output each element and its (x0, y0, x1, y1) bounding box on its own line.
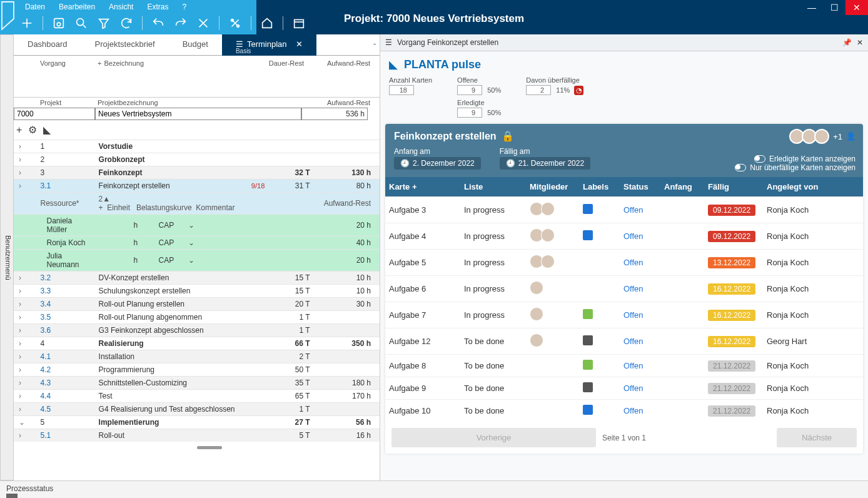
stat-offene-pct: 50% (487, 86, 501, 94)
pulse-title: PLANTA pulse (404, 58, 481, 71)
close-button[interactable]: ✕ (845, 0, 868, 15)
col-liste[interactable]: Liste (460, 177, 526, 196)
wbs-row[interactable]: ⌄5Implementierung27 T56 h (14, 416, 380, 429)
wbs-row[interactable]: ›3.2DV-Konzept erstellen15 T10 h (14, 272, 380, 285)
undo-icon[interactable] (151, 16, 165, 30)
wbs-row[interactable]: ›5.1Roll-out5 T16 h (14, 429, 380, 442)
card-list: In progress (460, 200, 526, 220)
wbs-row[interactable]: ›1Vorstudie (14, 140, 380, 153)
card-status[interactable]: Offen (620, 401, 660, 420)
card-status[interactable]: Offen (620, 332, 660, 351)
refresh-icon[interactable] (119, 16, 133, 30)
tab-budget[interactable]: Budget (169, 34, 222, 55)
tab-close-icon[interactable]: ✕ (296, 39, 303, 49)
kanban-card-row[interactable]: Aufgabe 6 In progress Offen 16.12.2022 R… (385, 275, 863, 302)
collapse-handle[interactable]: ⌄ (372, 39, 377, 46)
add-card-icon[interactable]: + (412, 182, 417, 191)
menu-daten[interactable]: Daten (25, 3, 45, 11)
add-column-icon[interactable]: + (98, 59, 101, 67)
card-status[interactable]: Offen (620, 200, 660, 220)
hamburger-icon[interactable]: ☰ (385, 38, 392, 47)
card-status[interactable]: Offen (620, 305, 660, 325)
home-icon[interactable] (260, 16, 274, 30)
col-labels[interactable]: Labels (579, 177, 620, 196)
card-status[interactable]: Offen (620, 379, 660, 398)
project-nr-input[interactable] (14, 108, 95, 120)
label-swatch (583, 230, 593, 240)
wbs-row[interactable]: ›4.5G4 Realisierung und Test abgeschloss… (14, 403, 380, 416)
kanban-card-row[interactable]: Aufgabe 9 To be done Offen 21.12.2022 Ro… (385, 377, 863, 399)
label-swatch (583, 204, 593, 214)
next-button[interactable]: Nächste (777, 428, 857, 447)
menu-extras[interactable]: Extras (147, 3, 168, 11)
add-icon[interactable] (20, 16, 34, 30)
kanban-card-row[interactable]: Aufgabe 8 To be done Offen 21.12.2022 Ro… (385, 354, 863, 377)
wbs-row[interactable]: ›4.1Installation2 T (14, 350, 380, 363)
wbs-row[interactable]: ›2Grobkonzept (14, 153, 380, 166)
col-karte[interactable]: Karte (389, 182, 410, 191)
card-status[interactable]: Offen (620, 253, 660, 272)
wbs-row[interactable]: ›3.6G3 Feinkonzept abgeschlossen1 T (14, 324, 380, 337)
menu-bar: Daten Bearbeiten Ansicht Extras ? (0, 0, 868, 14)
prev-button[interactable]: Vorherige (391, 428, 596, 447)
wbs-row[interactable]: ›3.3Schulungskonzept erstellen15 T10 h (14, 285, 380, 298)
toggle-erledigte[interactable]: Erledigte Karten anzeigen (735, 155, 855, 163)
menu-help[interactable]: ? (182, 3, 186, 11)
col-angelegt[interactable]: Angelegt von (763, 177, 825, 196)
tab-steckbrief[interactable]: Projektsteckbrief (81, 34, 169, 55)
kanban-card-row[interactable]: Aufgabe 4 In progress Offen 09.12.2022 R… (385, 223, 863, 249)
wbs-row[interactable]: ›4.4Test65 T170 h (14, 390, 380, 403)
pin-icon[interactable]: 📌 (842, 38, 852, 47)
kanban-card-row[interactable]: Aufgabe 10 To be done Offen 21.12.2022 R… (385, 399, 863, 422)
resize-handle[interactable] (197, 446, 222, 449)
wbs-row[interactable]: ›4.2Programmierung50 T (14, 363, 380, 377)
col-mitglieder[interactable]: Mitglieder (526, 177, 579, 196)
resource-row[interactable]: Daniela Müllerh CAP 20 h (14, 215, 380, 236)
add-row-icon[interactable]: + (16, 124, 22, 136)
wbs-row[interactable]: ›4.3Schnittstellen-Customizing35 T180 h (14, 377, 380, 390)
card-status[interactable]: Offen (620, 279, 660, 298)
card-status[interactable]: Offen (620, 226, 660, 246)
resource-row[interactable]: Ronja Kochh CAP 40 h (14, 236, 380, 250)
tab-terminplan[interactable]: ☰ Terminplan ✕ Basis (222, 34, 316, 56)
toggle-ueberfaellige[interactable]: Nur überfällige Karten anzeigen (735, 163, 855, 172)
search-icon[interactable] (74, 16, 88, 30)
close-detail-icon[interactable]: ✕ (857, 38, 863, 47)
sidebar-tab-benutzermenu[interactable]: Benutzermenü (0, 34, 14, 480)
redo-icon[interactable] (174, 16, 188, 30)
kanban-card-row[interactable]: Aufgabe 7 In progress Offen 16.12.2022 R… (385, 302, 863, 328)
menu-bearbeiten[interactable]: Bearbeiten (59, 3, 95, 11)
col-status[interactable]: Status (620, 177, 660, 196)
member-more: +1 (833, 132, 842, 141)
maximize-button[interactable]: ☐ (823, 0, 845, 15)
kanban-card-row[interactable]: Aufgabe 5 In progress Offen 13.12.2022 R… (385, 249, 863, 275)
menu-ansicht[interactable]: Ansicht (109, 3, 133, 11)
start-date[interactable]: 🕘 2. Dezember 2022 (394, 157, 481, 170)
member-avatars[interactable]: +1 👤 (789, 129, 855, 144)
wbs-row[interactable]: ›3.5Roll-out Planung abgenommen1 T (14, 311, 380, 324)
gear-icon[interactable]: ⚙ (28, 124, 37, 136)
save-icon[interactable] (52, 16, 66, 30)
template-icon[interactable] (292, 16, 306, 30)
wbs-row[interactable]: ›3.4Roll-out Planung erstellen20 T30 h (14, 298, 380, 311)
flag-icon[interactable]: ◣ (43, 124, 51, 136)
delete-icon[interactable] (196, 16, 210, 30)
kanban-card-row[interactable]: Aufgabe 12 To be done Offen 16.12.2022 G… (385, 328, 863, 354)
project-name-input[interactable] (95, 108, 301, 120)
card-due: 16.12.2022 (708, 336, 755, 347)
wbs-row[interactable]: ›3.1Feinkonzept erstellen9/1831 T80 h (14, 180, 380, 193)
wbs-row[interactable]: ›4Realisierung66 T350 h (14, 337, 380, 350)
card-due: 21.12.2022 (708, 405, 755, 417)
col-anfang[interactable]: Anfang (660, 177, 704, 196)
wbs-row[interactable]: ›3Feinkonzept32 T130 h (14, 166, 380, 180)
tools-icon[interactable] (228, 16, 242, 30)
col-faellig[interactable]: Fällig (704, 177, 763, 196)
tab-dashboard[interactable]: Dashboard (14, 34, 81, 55)
minimize-button[interactable]: — (800, 0, 823, 15)
label-swatch (583, 309, 593, 319)
kanban-card-row[interactable]: Aufgabe 3 In progress Offen 09.12.2022 R… (385, 196, 863, 223)
due-date[interactable]: 🕘 21. Dezember 2022 (500, 157, 590, 170)
card-status[interactable]: Offen (620, 356, 660, 375)
resource-row[interactable]: Julia Neumannh CAP 20 h (14, 250, 380, 272)
filter-icon[interactable] (97, 16, 111, 30)
